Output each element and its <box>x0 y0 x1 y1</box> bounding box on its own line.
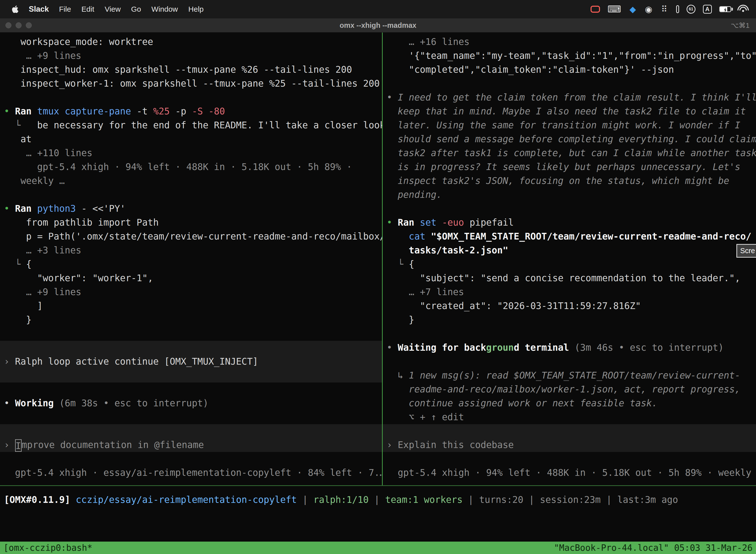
terminal-line: cat "$OMX_TEAM_STATE_ROOT/team/review-cu… <box>383 230 756 243</box>
text-segment: Ran <box>15 106 37 117</box>
menu-help[interactable]: Help <box>183 5 209 13</box>
text-segment: Ralph loop active continue [OMX_TMUX_INJ… <box>15 356 258 367</box>
text-segment: Ran <box>398 217 420 228</box>
menu-go[interactable]: Go <box>126 5 146 13</box>
zoom-button[interactable] <box>26 22 32 28</box>
terminal-line <box>383 77 756 91</box>
text-segment: gpt-5.4 xhigh · 94% left · 488K in · 5.1… <box>4 162 352 172</box>
app-circle-icon[interactable]: ◉ <box>644 3 653 15</box>
tmux-pane-left[interactable]: workspace_mode: worktree … +9 lines insp… <box>0 33 382 485</box>
text-segment: "created_at": "2026-03-31T11:59:27.816Z" <box>387 300 641 311</box>
terminal-window: omx --xhigh --madmax ⌥⌘1 workspace_mode:… <box>0 18 756 554</box>
prompt-input[interactable]: › Explain this codebase <box>383 438 756 452</box>
text-segment: inspect_worker-1: omx sparkshell --tmux-… <box>4 78 380 89</box>
prompt-input[interactable]: › Improve documentation in @filename <box>0 438 382 452</box>
ralph-loop-banner: › Ralph loop active continue [OMX_TMUX_I… <box>0 355 382 369</box>
text-segment: "subject": "send a concise recommendatio… <box>387 273 740 283</box>
tmux-pane-right[interactable]: … +16 lines '{"team_name":"my-team","tas… <box>383 33 756 485</box>
ran-command: • Ran python3 - <<'PY' <box>0 202 382 216</box>
hud-segment: ralph:1/10 <box>313 494 369 505</box>
terminal-line <box>0 424 382 438</box>
terminal-line: is in progress? It seems likely but perh… <box>383 160 756 174</box>
active-app-name[interactable]: Slack <box>24 5 54 14</box>
text-segment: is in progress? It seems likely but perh… <box>387 162 740 172</box>
text-segment: '{"team_name":"my-team","task_id":"1","f… <box>387 50 756 61</box>
badge-61-icon-label: 61 <box>689 7 693 11</box>
text-segment: (3m 46s • esc to interrupt) <box>574 342 723 353</box>
text-segment: at <box>4 134 32 145</box>
text-segment: • <box>4 203 15 214</box>
window-titlebar[interactable]: omx --xhigh --madmax ⌥⌘1 <box>0 18 756 33</box>
terminal-line: pending. <box>383 188 756 202</box>
text-segment: pipefail <box>469 217 514 228</box>
hud-segment: | <box>601 494 617 505</box>
text-segment: inspect task2's JSON, focusing on the st… <box>387 175 729 186</box>
terminal-line: └ { <box>0 258 382 271</box>
text-segment: be necessary for the end of the README. … <box>37 120 382 130</box>
tmux-panes: workspace_mode: worktree … +9 lines insp… <box>0 33 756 485</box>
text-segment: readme-and-reco/mailbox/worker-1.json, a… <box>387 384 740 395</box>
badge-61-icon[interactable]: 61 <box>687 5 695 14</box>
screen-recording-icon[interactable] <box>590 6 600 13</box>
terminal-line <box>0 452 382 466</box>
wifi-icon[interactable] <box>742 10 744 12</box>
terminal-line: tasks/task-2.json" <box>383 243 756 258</box>
dots-grid-icon[interactable]: ⠿ <box>660 3 669 15</box>
terminal-line: inspect task2's JSON, focusing on the st… <box>383 174 756 188</box>
menu-edit[interactable]: Edit <box>76 5 100 13</box>
text-segment: %25 <box>153 106 175 117</box>
mailbox-notice: ↳ 1 new msg(s): read $OMX_TEAM_STATE_ROO… <box>383 369 756 383</box>
hud-segment: | <box>523 494 540 505</box>
window-shortcut-hint: ⌥⌘1 <box>731 21 750 30</box>
working-status: • Working (6m 38s • esc to interrupt) <box>0 396 382 410</box>
menu-window[interactable]: Window <box>146 5 183 13</box>
terminal-line <box>0 188 382 202</box>
minimize-button[interactable] <box>16 22 21 28</box>
text-segment: task2 after task1 is complete, but can I… <box>387 148 756 158</box>
text-segment: "worker": "worker-1", <box>4 273 153 283</box>
text-segment: Ran <box>15 203 37 214</box>
terminal-line: keep that in mind. Maybe I also need the… <box>383 105 756 118</box>
ran-command: • Ran set -euo pipefail <box>383 216 756 230</box>
terminal-line: "completed","claim_token":"claim-token"}… <box>383 63 756 77</box>
battery-icon[interactable] <box>719 6 731 12</box>
menu-view[interactable]: View <box>100 5 126 13</box>
text-segment: mprove documentation in @filename <box>21 440 204 450</box>
window-controls <box>5 18 32 32</box>
ran-command: • Ran tmux capture-pane -t %25 -p -S -80 <box>0 105 382 118</box>
hud-segment: cczip/essay/ai-reimplementation-copyleft <box>76 494 297 505</box>
dropbox-icon[interactable]: ◆ <box>629 3 637 15</box>
input-source-icon[interactable]: A <box>703 5 712 14</box>
text-segment: groun <box>486 342 514 353</box>
omx-status-line: [OMX#0.11.9] cczip/essay/ai-reimplementa… <box>0 493 756 507</box>
text-segment: … +9 lines <box>4 50 81 61</box>
text-segment: … +16 lines <box>387 37 469 47</box>
text-segment: { <box>26 259 32 270</box>
tmux-session-name[interactable]: [omx-cczip0:bash* <box>3 543 92 553</box>
close-button[interactable] <box>5 22 11 28</box>
apple-menu-icon[interactable] <box>8 5 22 13</box>
terminal-line: continue assigned work or next feasible … <box>383 396 756 410</box>
terminal-line: └ { <box>383 258 756 271</box>
terminal-line: } <box>383 313 756 327</box>
pane-divider-horizontal[interactable] <box>0 485 756 486</box>
keyboard-icon[interactable]: ⌨ <box>608 3 621 15</box>
menu-bar: Slack FileEditViewGoWindowHelp ⌨◆◉⠿61A <box>0 0 756 18</box>
hud-segment: | <box>369 494 385 505</box>
terminal-line: inspect_worker-1: omx sparkshell --tmux-… <box>0 77 382 91</box>
text-segment: { <box>409 259 414 270</box>
sidebar-pill-icon[interactable] <box>676 5 679 13</box>
text-segment: └ <box>387 259 409 270</box>
text-segment: gpt-5.4 xhigh · 94% left · 488K in · 5.1… <box>387 467 756 478</box>
text-segment <box>387 231 409 242</box>
apple-logo <box>12 5 18 13</box>
terminal-line: later. Using the same for transition mig… <box>383 118 756 132</box>
text-segment: } <box>387 315 414 325</box>
menu-file[interactable]: File <box>54 5 76 13</box>
terminal-line: task2 after task1 is complete, but can I… <box>383 146 756 160</box>
text-segment: workspace_mode: worktree <box>4 37 153 47</box>
text-segment: └ <box>4 259 26 270</box>
terminal-line: from pathlib import Path <box>0 216 382 230</box>
hud-segment: | <box>462 494 479 505</box>
screen-tooltip: Scre <box>737 244 756 258</box>
